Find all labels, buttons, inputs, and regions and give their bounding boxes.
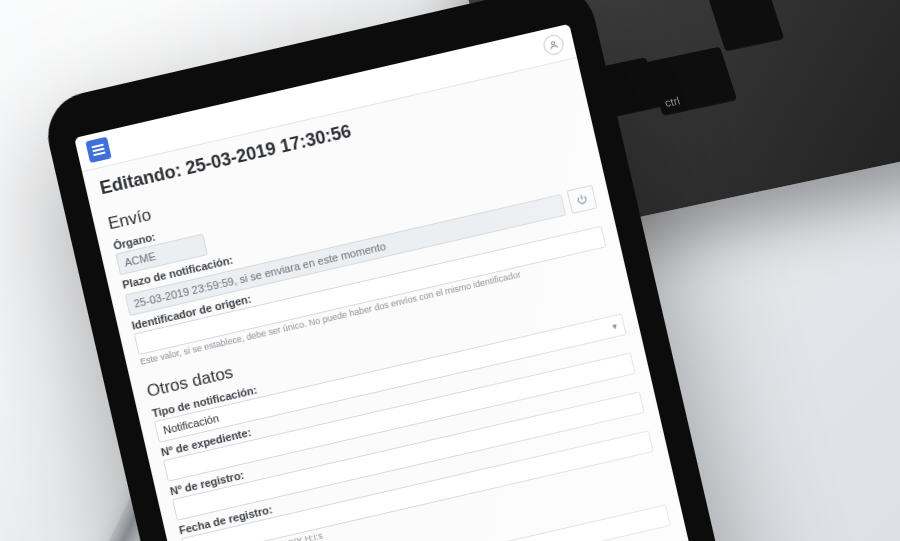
laptop-key-ctrl: ctrl: [646, 47, 738, 116]
svg-point-0: [551, 41, 555, 45]
power-icon: [575, 192, 589, 206]
laptop-key-blank-2: [708, 0, 784, 52]
user-icon[interactable]: [542, 33, 566, 57]
hamburger-icon: [92, 148, 104, 153]
person-icon: [548, 39, 560, 51]
menu-button[interactable]: [85, 137, 111, 163]
plazo-refresh-button[interactable]: [567, 185, 598, 214]
scene: ctrl Editando: 25-03-2019 17:30:56 Envío: [0, 0, 900, 541]
tipo-select-value: Notificación: [162, 412, 220, 436]
chevron-down-icon: ▾: [611, 321, 618, 332]
